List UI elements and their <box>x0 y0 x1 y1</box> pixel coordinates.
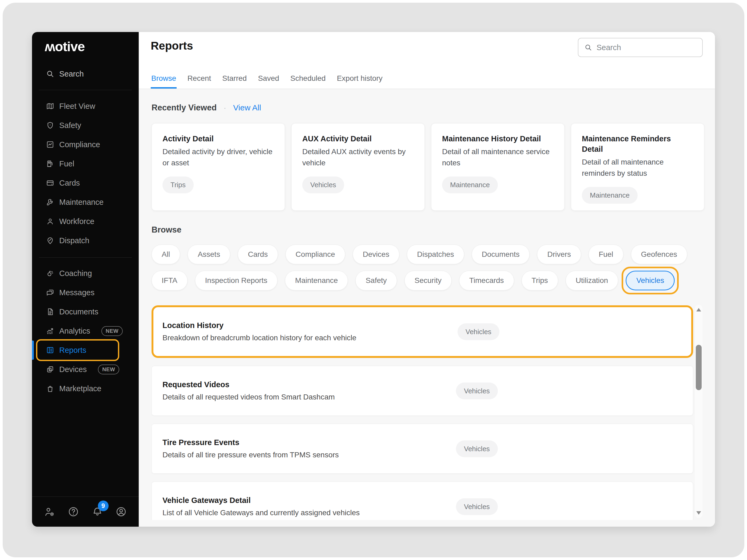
shield-icon <box>46 121 54 130</box>
reports-list: Location History Breakdown of breadcrumb… <box>152 305 693 520</box>
report-row-location-history[interactable]: Location History Breakdown of breadcrumb… <box>152 305 693 358</box>
account-avatar-icon[interactable] <box>115 506 127 517</box>
separator-dot: · <box>224 103 226 112</box>
filter-chip-fuel[interactable]: Fuel <box>589 244 623 264</box>
sidebar-item-messages[interactable]: Messages <box>32 283 139 302</box>
sidebar-item-label: Fleet View <box>59 102 95 111</box>
card-description: Detailed activity by driver, vehicle or … <box>162 146 274 168</box>
scroll-up-arrow-icon[interactable] <box>696 308 701 312</box>
filter-chip-drivers[interactable]: Drivers <box>537 244 581 264</box>
view-all-link[interactable]: View All <box>233 103 261 112</box>
scroll-down-arrow-icon[interactable] <box>696 511 701 515</box>
sidebar-nav-secondary: Coaching Messages Documents Analytics NE… <box>32 264 139 398</box>
sidebar-item-dispatch[interactable]: Dispatch <box>32 231 139 250</box>
sidebar-item-label: Workforce <box>59 217 95 226</box>
sidebar-item-marketplace[interactable]: Marketplace <box>32 379 139 398</box>
reports-icon <box>46 346 54 354</box>
filter-chip-security[interactable]: Security <box>405 271 452 290</box>
sidebar-item-analytics[interactable]: Analytics NEW <box>32 321 139 341</box>
sidebar-nav-primary: Fleet View Safety Compliance Fuel Cards … <box>32 97 139 250</box>
filter-chip-inspection-reports[interactable]: Inspection Reports <box>195 271 278 290</box>
new-badge: NEW <box>101 326 123 336</box>
filter-chip-documents[interactable]: Documents <box>472 244 530 264</box>
page-background: ʍotive Search Fleet View Safety Complian… <box>3 3 744 557</box>
sidebar-item-label: Analytics <box>59 327 90 336</box>
sidebar-item-compliance[interactable]: Compliance <box>32 135 139 154</box>
help-icon[interactable] <box>68 506 79 517</box>
filter-chip-assets[interactable]: Assets <box>187 244 230 264</box>
sidebar-item-cards[interactable]: Cards <box>32 174 139 192</box>
report-tag: Vehicles <box>456 498 498 515</box>
tab-export-history[interactable]: Export history <box>336 74 383 88</box>
sidebar-item-workforce[interactable]: Workforce <box>32 212 139 231</box>
filter-chip-dispatches[interactable]: Dispatches <box>407 244 464 264</box>
filter-chip-utilization[interactable]: Utilization <box>566 271 618 290</box>
credit-card-icon <box>46 179 54 187</box>
tab-starred[interactable]: Starred <box>222 74 247 88</box>
sidebar-item-fuel[interactable]: Fuel <box>32 154 139 174</box>
filter-chip-vehicles[interactable]: Vehicles <box>626 271 675 290</box>
search-input[interactable] <box>596 43 696 52</box>
sidebar-item-devices[interactable]: Devices NEW <box>32 360 139 379</box>
sidebar-item-reports[interactable]: Reports <box>32 341 139 360</box>
card-tag: Maintenance <box>582 187 638 204</box>
sidebar-item-coaching[interactable]: Coaching <box>32 264 139 283</box>
sidebar-item-maintenance[interactable]: Maintenance <box>32 192 139 212</box>
devices-icon <box>46 365 54 374</box>
scrollbar[interactable] <box>695 305 702 518</box>
filter-chip-all[interactable]: All <box>152 244 180 264</box>
sidebar-item-documents[interactable]: Documents <box>32 302 139 321</box>
fuel-pump-icon <box>46 159 54 168</box>
page-header: Reports Browse Recent Starred Saved Sche… <box>139 32 715 89</box>
report-tag: Vehicles <box>456 382 498 399</box>
report-card-maintenance-reminders-detail[interactable]: Maintenance Reminders Detail Detail of a… <box>571 123 704 211</box>
active-indicator-bar <box>32 341 34 360</box>
filter-chip-compliance[interactable]: Compliance <box>285 244 345 264</box>
sidebar-item-label: Marketplace <box>59 384 101 393</box>
filter-chip-devices[interactable]: Devices <box>353 244 400 264</box>
filter-chip-cards[interactable]: Cards <box>238 244 278 264</box>
highlight-ring: Vehicles <box>622 267 679 294</box>
dispatch-pin-icon <box>46 236 54 245</box>
report-row-tire-pressure-events[interactable]: Tire Pressure Events Details of all tire… <box>152 424 693 474</box>
tab-saved[interactable]: Saved <box>257 74 280 88</box>
tab-recent[interactable]: Recent <box>187 74 211 88</box>
search-icon <box>584 44 592 51</box>
sidebar-item-label: Devices <box>59 365 87 374</box>
report-card-aux-activity-detail[interactable]: AUX Activity Detail Detailed AUX activit… <box>291 123 425 211</box>
card-title: Maintenance Reminders Detail <box>582 134 693 154</box>
shopping-bag-icon <box>46 384 54 393</box>
card-description: Detailed AUX activity events by vehicle <box>302 146 414 168</box>
report-title: Tire Pressure Events <box>162 438 693 447</box>
search-icon <box>46 70 54 78</box>
filter-chip-timecards[interactable]: Timecards <box>459 271 514 290</box>
report-description: Breakdown of breadcrumb location history… <box>162 334 691 342</box>
tab-browse[interactable]: Browse <box>151 74 177 88</box>
filter-chip-safety[interactable]: Safety <box>355 271 397 290</box>
report-card-activity-detail[interactable]: Activity Detail Detailed activity by dri… <box>152 123 285 211</box>
main-content: Reports Browse Recent Starred Saved Sche… <box>139 32 715 527</box>
sidebar-item-safety[interactable]: Safety <box>32 116 139 135</box>
card-tag: Vehicles <box>302 177 344 193</box>
filter-chip-maintenance[interactable]: Maintenance <box>285 271 348 290</box>
sidebar-search[interactable]: Search <box>32 64 139 83</box>
header-search-box[interactable] <box>578 38 703 57</box>
admin-user-gear-icon[interactable] <box>44 506 55 517</box>
card-description: Detail of all maintenance service notes <box>442 146 553 168</box>
recently-viewed-heading: Recently Viewed <box>152 103 216 112</box>
notifications-bell-icon[interactable]: 9 <box>92 506 103 517</box>
filter-chip-trips[interactable]: Trips <box>521 271 558 290</box>
report-title: Requested Videos <box>162 380 693 389</box>
map-icon <box>46 102 54 110</box>
card-title: Maintenance History Detail <box>442 134 553 144</box>
report-row-requested-videos[interactable]: Requested Videos Details of all requeste… <box>152 366 693 416</box>
card-title: AUX Activity Detail <box>302 134 414 144</box>
filter-chip-geofences[interactable]: Geofences <box>631 244 687 264</box>
report-card-maintenance-history-detail[interactable]: Maintenance History Detail Detail of all… <box>431 123 565 211</box>
filter-chip-ifta[interactable]: IFTA <box>152 271 187 290</box>
tab-scheduled[interactable]: Scheduled <box>290 74 326 88</box>
report-row-vehicle-gateways-detail[interactable]: Vehicle Gateways Detail List of all Vehi… <box>152 482 693 520</box>
whistle-icon <box>46 269 54 277</box>
sidebar-item-fleet-view[interactable]: Fleet View <box>32 97 139 116</box>
scrollbar-thumb[interactable] <box>696 345 702 390</box>
